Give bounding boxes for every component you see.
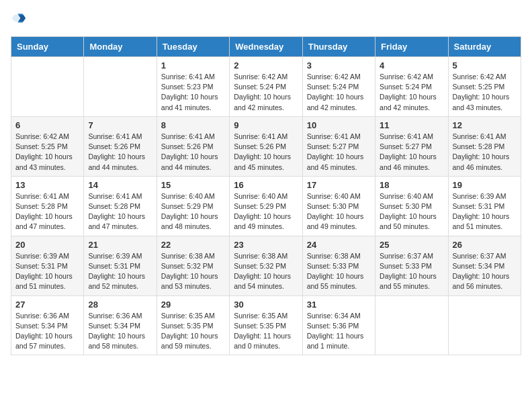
calendar-cell: [84, 57, 157, 117]
calendar-cell: 4Sunrise: 6:42 AM Sunset: 5:24 PM Daylig…: [375, 57, 448, 117]
day-info: Sunrise: 6:36 AM Sunset: 5:34 PM Dayligh…: [15, 311, 79, 352]
calendar-cell: 26Sunrise: 6:37 AM Sunset: 5:34 PM Dayli…: [448, 236, 521, 295]
day-info: Sunrise: 6:39 AM Sunset: 5:31 PM Dayligh…: [453, 191, 517, 232]
calendar-cell: 30Sunrise: 6:35 AM Sunset: 5:35 PM Dayli…: [230, 295, 302, 355]
calendar-cell: 12Sunrise: 6:41 AM Sunset: 5:28 PM Dayli…: [448, 116, 521, 176]
calendar-cell: [11, 57, 84, 117]
day-info: Sunrise: 6:42 AM Sunset: 5:25 PM Dayligh…: [453, 72, 517, 113]
day-number: 15: [161, 180, 225, 190]
day-info: Sunrise: 6:38 AM Sunset: 5:33 PM Dayligh…: [307, 251, 371, 292]
calendar-week-row: 13Sunrise: 6:41 AM Sunset: 5:28 PM Dayli…: [11, 176, 521, 236]
day-info: Sunrise: 6:42 AM Sunset: 5:24 PM Dayligh…: [380, 72, 443, 113]
day-number: 3: [307, 60, 371, 71]
calendar-week-row: 6Sunrise: 6:42 AM Sunset: 5:25 PM Daylig…: [11, 116, 521, 176]
calendar-cell: 17Sunrise: 6:40 AM Sunset: 5:30 PM Dayli…: [302, 176, 375, 236]
day-info: Sunrise: 6:41 AM Sunset: 5:26 PM Dayligh…: [234, 132, 298, 173]
calendar-cell: 3Sunrise: 6:42 AM Sunset: 5:24 PM Daylig…: [302, 57, 375, 117]
day-number: 18: [380, 180, 443, 190]
day-number: 17: [307, 180, 371, 190]
day-number: 23: [234, 240, 298, 250]
day-info: Sunrise: 6:41 AM Sunset: 5:28 PM Dayligh…: [453, 132, 517, 173]
day-info: Sunrise: 6:41 AM Sunset: 5:28 PM Dayligh…: [88, 191, 152, 232]
day-info: Sunrise: 6:37 AM Sunset: 5:33 PM Dayligh…: [380, 251, 443, 292]
day-number: 31: [307, 300, 371, 310]
calendar-cell: [448, 295, 521, 355]
day-number: 21: [88, 240, 152, 250]
day-number: 5: [453, 60, 517, 71]
calendar-week-row: 20Sunrise: 6:39 AM Sunset: 5:31 PM Dayli…: [11, 236, 521, 295]
day-info: Sunrise: 6:42 AM Sunset: 5:24 PM Dayligh…: [307, 72, 371, 113]
day-info: Sunrise: 6:38 AM Sunset: 5:32 PM Dayligh…: [234, 251, 298, 292]
day-info: Sunrise: 6:42 AM Sunset: 5:24 PM Dayligh…: [234, 72, 298, 113]
calendar-cell: 25Sunrise: 6:37 AM Sunset: 5:33 PM Dayli…: [375, 236, 448, 295]
day-info: Sunrise: 6:41 AM Sunset: 5:28 PM Dayligh…: [15, 191, 79, 232]
calendar-cell: 13Sunrise: 6:41 AM Sunset: 5:28 PM Dayli…: [11, 176, 84, 236]
day-info: Sunrise: 6:36 AM Sunset: 5:34 PM Dayligh…: [88, 311, 152, 352]
col-header-thursday: Thursday: [302, 37, 375, 57]
day-info: Sunrise: 6:40 AM Sunset: 5:30 PM Dayligh…: [307, 191, 371, 232]
day-number: 2: [234, 60, 298, 71]
col-header-tuesday: Tuesday: [157, 37, 229, 57]
day-number: 4: [380, 60, 443, 71]
day-info: Sunrise: 6:40 AM Sunset: 5:30 PM Dayligh…: [380, 191, 443, 232]
day-number: 29: [161, 300, 225, 310]
calendar-cell: 23Sunrise: 6:38 AM Sunset: 5:32 PM Dayli…: [230, 236, 302, 295]
col-header-friday: Friday: [375, 37, 448, 57]
day-number: 25: [380, 240, 443, 250]
day-number: 28: [88, 300, 152, 310]
calendar-cell: 8Sunrise: 6:41 AM Sunset: 5:26 PM Daylig…: [157, 116, 229, 176]
calendar-cell: 6Sunrise: 6:42 AM Sunset: 5:25 PM Daylig…: [11, 116, 84, 176]
calendar-cell: 15Sunrise: 6:40 AM Sunset: 5:29 PM Dayli…: [157, 176, 229, 236]
calendar-cell: 29Sunrise: 6:35 AM Sunset: 5:35 PM Dayli…: [157, 295, 229, 355]
col-header-sunday: Sunday: [11, 37, 84, 57]
calendar-cell: 28Sunrise: 6:36 AM Sunset: 5:34 PM Dayli…: [84, 295, 157, 355]
day-info: Sunrise: 6:41 AM Sunset: 5:27 PM Dayligh…: [307, 132, 371, 173]
day-number: 26: [453, 240, 517, 250]
day-info: Sunrise: 6:35 AM Sunset: 5:35 PM Dayligh…: [234, 311, 298, 352]
day-info: Sunrise: 6:37 AM Sunset: 5:34 PM Dayligh…: [453, 251, 517, 292]
calendar-cell: 14Sunrise: 6:41 AM Sunset: 5:28 PM Dayli…: [84, 176, 157, 236]
day-number: 24: [307, 240, 371, 250]
day-info: Sunrise: 6:35 AM Sunset: 5:35 PM Dayligh…: [161, 311, 225, 352]
day-number: 1: [161, 60, 225, 71]
calendar-cell: 16Sunrise: 6:40 AM Sunset: 5:29 PM Dayli…: [230, 176, 302, 236]
calendar-header-row: SundayMondayTuesdayWednesdayThursdayFrid…: [11, 37, 521, 57]
calendar-cell: 20Sunrise: 6:39 AM Sunset: 5:31 PM Dayli…: [11, 236, 84, 295]
day-info: Sunrise: 6:40 AM Sunset: 5:29 PM Dayligh…: [161, 191, 225, 232]
calendar-cell: 2Sunrise: 6:42 AM Sunset: 5:24 PM Daylig…: [230, 57, 302, 117]
day-number: 9: [234, 120, 298, 130]
calendar-cell: 22Sunrise: 6:38 AM Sunset: 5:32 PM Dayli…: [157, 236, 229, 295]
calendar-cell: 9Sunrise: 6:41 AM Sunset: 5:26 PM Daylig…: [230, 116, 302, 176]
calendar-cell: 11Sunrise: 6:41 AM Sunset: 5:27 PM Dayli…: [375, 116, 448, 176]
calendar-cell: 19Sunrise: 6:39 AM Sunset: 5:31 PM Dayli…: [448, 176, 521, 236]
calendar-cell: 10Sunrise: 6:41 AM Sunset: 5:27 PM Dayli…: [302, 116, 375, 176]
calendar-cell: 21Sunrise: 6:39 AM Sunset: 5:31 PM Dayli…: [84, 236, 157, 295]
calendar-cell: [375, 295, 448, 355]
day-number: 30: [234, 300, 298, 310]
day-info: Sunrise: 6:42 AM Sunset: 5:25 PM Dayligh…: [15, 132, 79, 173]
calendar-cell: 27Sunrise: 6:36 AM Sunset: 5:34 PM Dayli…: [11, 295, 84, 355]
col-header-monday: Monday: [84, 37, 157, 57]
day-info: Sunrise: 6:41 AM Sunset: 5:26 PM Dayligh…: [88, 132, 152, 173]
calendar-cell: 24Sunrise: 6:38 AM Sunset: 5:33 PM Dayli…: [302, 236, 375, 295]
day-number: 20: [15, 240, 79, 250]
day-info: Sunrise: 6:41 AM Sunset: 5:23 PM Dayligh…: [161, 72, 225, 113]
day-number: 7: [88, 120, 152, 130]
day-number: 13: [15, 180, 79, 190]
day-number: 14: [88, 180, 152, 190]
day-number: 22: [161, 240, 225, 250]
day-info: Sunrise: 6:41 AM Sunset: 5:27 PM Dayligh…: [380, 132, 443, 173]
col-header-saturday: Saturday: [448, 37, 521, 57]
day-info: Sunrise: 6:40 AM Sunset: 5:29 PM Dayligh…: [234, 191, 298, 232]
calendar-week-row: 27Sunrise: 6:36 AM Sunset: 5:34 PM Dayli…: [11, 295, 521, 355]
day-number: 27: [15, 300, 79, 310]
day-info: Sunrise: 6:41 AM Sunset: 5:26 PM Dayligh…: [161, 132, 225, 173]
col-header-wednesday: Wednesday: [230, 37, 302, 57]
logo: [11, 11, 28, 30]
day-number: 8: [161, 120, 225, 130]
calendar-table: SundayMondayTuesdayWednesdayThursdayFrid…: [11, 36, 521, 355]
calendar-cell: 5Sunrise: 6:42 AM Sunset: 5:25 PM Daylig…: [448, 57, 521, 117]
day-info: Sunrise: 6:38 AM Sunset: 5:32 PM Dayligh…: [161, 251, 225, 292]
logo-icon: [11, 11, 26, 26]
day-number: 19: [453, 180, 517, 190]
